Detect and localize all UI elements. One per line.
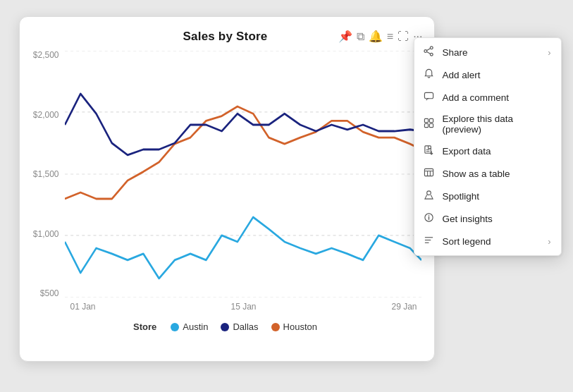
- menu-item-explore-data[interactable]: Explore this data (preview): [414, 109, 561, 140]
- chart-plot: [65, 51, 421, 298]
- menu-label-add-comment: Add a comment: [443, 92, 510, 103]
- export-icon: [423, 145, 436, 157]
- y-axis: $2,500 $2,000 $1,500 $1,000 $500: [30, 51, 65, 298]
- x-label-29jan: 29 Jan: [391, 302, 417, 312]
- explore-icon: [423, 118, 436, 130]
- x-label-01jan: 01 Jan: [70, 302, 96, 312]
- y-label-1000: $1,000: [33, 230, 59, 238]
- menu-label-share: Share: [443, 47, 468, 58]
- svg-line-9: [427, 51, 431, 54]
- y-label-500: $500: [40, 289, 59, 298]
- menu-item-share[interactable]: Share ›: [414, 41, 561, 63]
- legend-name-austin: Austin: [183, 321, 208, 332]
- comment-icon: [423, 91, 436, 104]
- expand-icon[interactable]: ⛶: [398, 30, 409, 43]
- svg-line-8: [427, 49, 431, 51]
- outer-container: Sales by Store 📌 ⧉ 🔔 ≡ ⛶ ··· $2,500 $2,0…: [19, 16, 555, 376]
- sort-legend-arrow-icon: ›: [548, 236, 550, 247]
- menu-item-add-comment[interactable]: Add a comment: [414, 86, 561, 109]
- chart-card: Sales by Store 📌 ⧉ 🔔 ≡ ⛶ ··· $2,500 $2,0…: [19, 16, 435, 362]
- spotlight-icon: [423, 190, 436, 202]
- menu-item-export-data[interactable]: Export data: [414, 140, 561, 162]
- copy-icon[interactable]: ⧉: [357, 30, 364, 43]
- share-icon: [423, 46, 436, 59]
- svg-point-22: [427, 191, 431, 195]
- alert-icon: [423, 68, 436, 81]
- sort-icon: [423, 235, 436, 247]
- menu-item-show-as-table[interactable]: Show as a table: [414, 162, 561, 185]
- y-label-1500: $1,500: [33, 170, 59, 178]
- insights-icon: [423, 212, 436, 225]
- filter-icon[interactable]: ≡: [387, 30, 393, 43]
- svg-rect-14: [429, 123, 433, 127]
- y-label-2500: $2,500: [33, 51, 59, 59]
- legend-item-austin: Austin: [171, 321, 208, 332]
- context-menu: Share › Add alert: [414, 37, 562, 256]
- menu-label-spotlight: Spotlight: [443, 191, 480, 202]
- menu-item-sort-legend[interactable]: Sort legend ›: [414, 230, 561, 252]
- legend-dot-dallas: [221, 323, 229, 331]
- svg-point-5: [430, 47, 433, 49]
- menu-label-get-insights: Get insights: [443, 214, 493, 224]
- svg-rect-11: [424, 118, 428, 122]
- menu-label-show-as-table: Show as a table: [443, 169, 510, 179]
- share-arrow-icon: ›: [548, 47, 550, 58]
- chart-toolbar: 📌 ⧉ 🔔 ≡ ⛶ ···: [338, 30, 423, 43]
- menu-item-spotlight[interactable]: Spotlight: [414, 185, 561, 207]
- svg-point-25: [429, 215, 430, 216]
- pin-icon[interactable]: 📌: [338, 30, 352, 43]
- svg-point-7: [424, 50, 427, 53]
- menu-label-explore-data: Explore this data (preview): [443, 114, 551, 135]
- menu-item-add-alert[interactable]: Add alert: [414, 63, 561, 86]
- svg-point-6: [430, 53, 433, 56]
- bell-icon[interactable]: 🔔: [369, 30, 383, 43]
- menu-item-get-insights[interactable]: Get insights: [414, 207, 561, 230]
- svg-rect-18: [424, 169, 433, 176]
- legend-dot-houston: [271, 323, 280, 331]
- legend-name-houston: Houston: [283, 321, 317, 332]
- x-label-15jan: 15 Jan: [230, 302, 256, 312]
- menu-label-add-alert: Add alert: [443, 70, 481, 80]
- legend-item-dallas: Dallas: [221, 321, 258, 332]
- chart-legend: Store Austin Dallas Houston: [30, 321, 421, 332]
- menu-label-export-data: Export data: [443, 146, 491, 157]
- y-label-2000: $2,000: [33, 111, 59, 119]
- svg-rect-10: [424, 92, 433, 98]
- menu-label-sort-legend: Sort legend: [443, 236, 491, 247]
- svg-rect-13: [424, 123, 428, 127]
- table-icon: [423, 167, 436, 180]
- legend-name-dallas: Dallas: [233, 321, 258, 332]
- svg-rect-12: [429, 118, 433, 122]
- x-axis: 01 Jan 15 Jan 29 Jan: [30, 302, 421, 312]
- legend-store-label: Store: [133, 321, 156, 332]
- legend-dot-austin: [171, 323, 179, 331]
- legend-item-houston: Houston: [271, 321, 317, 332]
